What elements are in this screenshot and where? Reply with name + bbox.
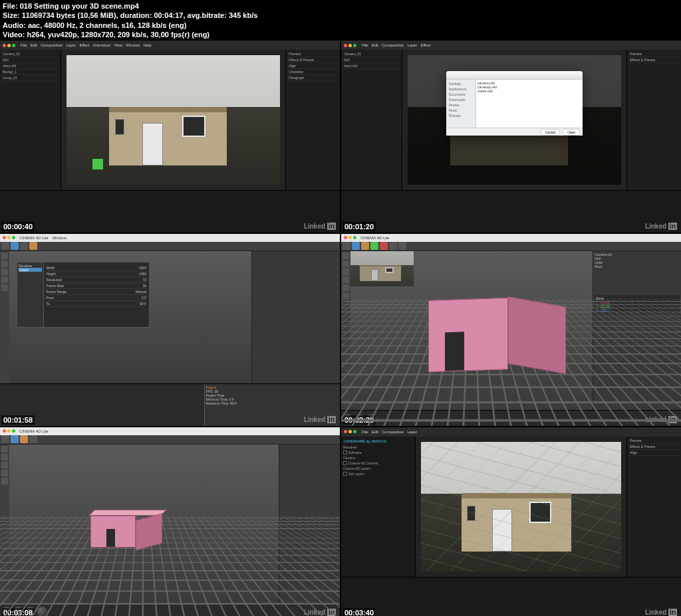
c4d-3d-viewport[interactable] bbox=[350, 251, 593, 411]
pink-shed-model[interactable] bbox=[90, 508, 166, 548]
3d-wireframe-overlay bbox=[421, 442, 621, 571]
media-info-header: File: 018 Setting up your 3D scene.mp4 S… bbox=[0, 0, 681, 41]
file-open-dialog[interactable]: DesktopApplicationsDocumentsDownloadsMov… bbox=[446, 71, 583, 136]
thumbnail-2[interactable]: FileEditCompositionLayerEffect Camera_01… bbox=[341, 41, 681, 233]
reference-image bbox=[350, 251, 414, 286]
pink-shed-model[interactable] bbox=[428, 275, 573, 371]
timeline-panel[interactable] bbox=[0, 190, 340, 233]
render-settings-dialog[interactable]: Renderer Output Width1920 Height1080 Res… bbox=[17, 262, 150, 328]
c4d-3d-viewport[interactable] bbox=[9, 445, 279, 604]
object-manager[interactable] bbox=[251, 251, 340, 383]
linkedin-watermark: Linkedin bbox=[302, 223, 336, 230]
cineware-panel[interactable]: CINEWARE by MAXON Renderer Software Came… bbox=[341, 437, 415, 577]
thumbnail-3[interactable]: CINEMA 4D Lite Window Renderer Output Wi… bbox=[0, 234, 340, 426]
composition-viewport[interactable] bbox=[67, 55, 280, 185]
cineware-logo: CINEWARE by MAXON bbox=[342, 438, 414, 445]
c4d-viewport[interactable]: Renderer Output Width1920 Height1080 Res… bbox=[9, 251, 251, 383]
thumbnail-grid: FileEditCompositionLayerEffectAnimationV… bbox=[0, 41, 681, 616]
cancel-button[interactable]: Cancel bbox=[541, 129, 561, 136]
right-panels[interactable]: PreviewEffects & PresetsAlignCharacterPa… bbox=[285, 50, 340, 190]
mac-titlebar: FileEditCompositionLayerEffectAnimationV… bbox=[0, 41, 340, 50]
thumbnail-4[interactable]: CINEMA 4D Lite Camera.objNullCubeFloor B… bbox=[341, 234, 681, 426]
composition-viewport[interactable] bbox=[421, 442, 621, 571]
finder-toolbar bbox=[446, 71, 583, 80]
project-panel[interactable]: Camera_01Nullshed.c4dBackgr_1Comp_01 bbox=[0, 50, 61, 190]
finder-sidebar[interactable]: DesktopApplicationsDocumentsDownloadsMov… bbox=[446, 80, 476, 128]
thumbnail-6[interactable]: FileEditCompositionLayer CINEWARE by MAX… bbox=[341, 427, 681, 616]
finder-file-list[interactable]: camera.c4dcamera2.c4dscene.c4d bbox=[476, 80, 583, 128]
green-chair bbox=[92, 159, 103, 169]
thumbnail-5[interactable]: CINEMA 4D Lite 00:03:08 Linkedin bbox=[0, 427, 340, 616]
open-button[interactable]: Open bbox=[563, 129, 580, 136]
object-manager[interactable]: Camera.objNullCubeFloor Basic X: 762.28 … bbox=[593, 251, 681, 411]
thumbnail-1[interactable]: FileEditCompositionLayerEffectAnimationV… bbox=[0, 41, 340, 233]
ae-menubar[interactable]: FileEditCompositionLayerEffectAnimationV… bbox=[21, 43, 152, 47]
timestamp: 00:00:40 bbox=[1, 222, 35, 231]
shed-render bbox=[109, 94, 227, 165]
